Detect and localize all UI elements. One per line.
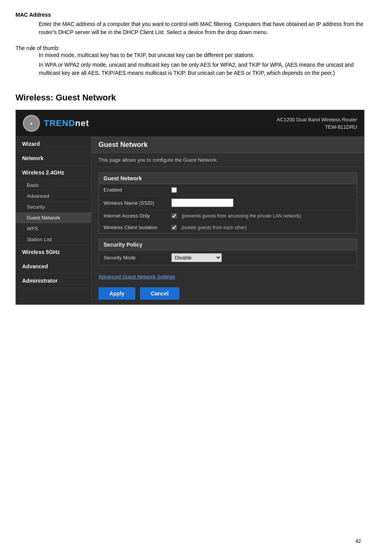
wireless-isolation-control: (isolate guests from each other) bbox=[171, 225, 352, 230]
sidebar-sub-security[interactable]: Security bbox=[16, 202, 91, 212]
cancel-button[interactable]: Cancel bbox=[140, 287, 180, 300]
guest-network-section-title: Guest Network bbox=[99, 173, 357, 184]
enabled-label: Enabled bbox=[104, 187, 171, 193]
router-header: ● TRENDnet AC1200 Dual Band Wireless Rou… bbox=[16, 110, 364, 137]
page-number: 42 bbox=[356, 538, 361, 544]
sidebar-item-wireless24[interactable]: Wireless 2.4GHz bbox=[16, 166, 91, 180]
router-main-content: Guest Network This page allows you to co… bbox=[92, 137, 364, 304]
brand-name: TRENDnet bbox=[44, 118, 89, 128]
page-title: Guest Network bbox=[92, 137, 364, 153]
sidebar-sub-basic[interactable]: Basic bbox=[16, 180, 91, 191]
router-model-info: AC1200 Dual Band Wireless Router TEW-811… bbox=[277, 116, 357, 131]
router-body: Wizard Network Wireless 2.4GHz Basic Adv… bbox=[16, 137, 364, 304]
guest-network-section: Guest Network Enabled Wireless Name (SSI… bbox=[98, 173, 357, 233]
wireless-section-title: Wireless: Guest Network bbox=[16, 93, 376, 103]
sidebar-item-wizard[interactable]: Wizard bbox=[16, 137, 91, 151]
button-row: Apply Cancel bbox=[92, 283, 364, 304]
wireless-isolation-note: (isolate guests from each other) bbox=[181, 225, 247, 230]
mac-address-text: Enter the MAC address of a computer that… bbox=[39, 20, 376, 36]
security-policy-section: Security Policy Security Mode Disable bbox=[98, 239, 357, 265]
enabled-control bbox=[171, 187, 352, 193]
mac-address-heading: MAC Address bbox=[16, 12, 376, 18]
sidebar-sub-guest-network[interactable]: Guest Network bbox=[16, 212, 91, 223]
ssid-control bbox=[171, 199, 352, 207]
apply-button[interactable]: Apply bbox=[98, 287, 135, 300]
advanced-guest-link[interactable]: Advanced Guest Network Settings bbox=[92, 271, 364, 283]
router-ui-container: ● TRENDnet AC1200 Dual Band Wireless Rou… bbox=[16, 110, 364, 305]
sidebar-sub-wps[interactable]: WPS bbox=[16, 223, 91, 234]
internet-access-control: (prevents guests from accessing the priv… bbox=[171, 213, 352, 219]
logo-icon: ● bbox=[23, 115, 40, 132]
internet-access-note: (prevents guests from accessing the priv… bbox=[181, 213, 301, 219]
ssid-row: Wireless Name (SSID) bbox=[99, 196, 357, 210]
internet-access-checkbox[interactable] bbox=[171, 213, 177, 219]
security-mode-control: Disable bbox=[171, 253, 352, 262]
rule-line1: In mixed mode, multicast key has to be T… bbox=[39, 51, 376, 59]
enabled-checkbox[interactable] bbox=[171, 187, 177, 193]
security-mode-select[interactable]: Disable bbox=[171, 253, 222, 262]
enabled-row: Enabled bbox=[99, 184, 357, 196]
sidebar-item-advanced[interactable]: Advanced bbox=[16, 259, 91, 274]
model-line2: TEW-811DRU bbox=[277, 123, 357, 131]
security-mode-row: Security Mode Disable bbox=[99, 250, 357, 265]
sidebar-item-administrator[interactable]: Administrator bbox=[16, 274, 91, 288]
page-description: This page allows you to configure the Gu… bbox=[92, 153, 364, 167]
internet-access-label: Internet Access Only bbox=[104, 213, 171, 219]
wireless-isolation-label: Wireless Client Isolation bbox=[104, 225, 171, 230]
rule-heading: The rule of thumb: bbox=[16, 45, 376, 51]
security-policy-title: Security Policy bbox=[99, 239, 357, 250]
sidebar-sub-station-list[interactable]: Station List bbox=[16, 234, 91, 245]
ssid-input[interactable] bbox=[171, 199, 233, 207]
security-mode-label: Security Mode bbox=[104, 255, 171, 261]
sidebar-sub-advanced[interactable]: Advanced bbox=[16, 191, 91, 202]
model-line1: AC1200 Dual Band Wireless Router bbox=[277, 116, 357, 124]
sidebar-item-wireless5[interactable]: Wireless 5GHz bbox=[16, 245, 91, 259]
sidebar-item-network[interactable]: Network bbox=[16, 151, 91, 166]
wireless-isolation-row: Wireless Client Isolation (isolate guest… bbox=[99, 222, 357, 233]
internet-access-row: Internet Access Only (prevents guests fr… bbox=[99, 210, 357, 222]
wireless-isolation-checkbox[interactable] bbox=[171, 225, 177, 230]
router-sidebar: Wizard Network Wireless 2.4GHz Basic Adv… bbox=[16, 137, 92, 304]
ssid-label: Wireless Name (SSID) bbox=[104, 200, 171, 206]
router-logo: ● TRENDnet bbox=[23, 115, 89, 132]
rule-line2: In WPA or WPA2 only mode, unicast and mu… bbox=[39, 61, 376, 77]
